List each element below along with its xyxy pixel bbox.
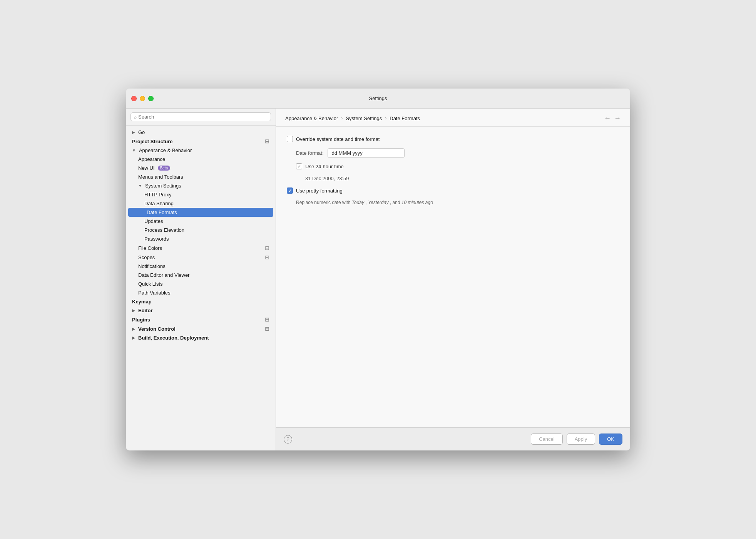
use-24h-checkbox[interactable]: [296, 163, 302, 169]
sidebar-item-file-colors[interactable]: File Colors ⊟: [126, 243, 276, 253]
sidebar-item-label: Plugins: [132, 317, 150, 323]
sidebar-item-project-structure[interactable]: Project Structure ⊟: [126, 137, 276, 146]
nav-arrows: ← →: [604, 115, 621, 122]
window-title: Settings: [369, 95, 387, 101]
maximize-button[interactable]: [148, 96, 154, 101]
sidebar-item-system-settings[interactable]: ▼ System Settings: [126, 181, 276, 190]
sidebar-item-label: File Colors: [138, 245, 162, 251]
settings-window: Settings ⌕ ▶ Go Project Structure ⊟: [126, 89, 630, 450]
config-icon: ⊟: [265, 326, 269, 332]
cancel-button[interactable]: Cancel: [531, 434, 562, 445]
use-24h-row: Use 24-hour time: [296, 163, 619, 169]
sidebar-item-label: New UI: [138, 165, 155, 171]
config-icon: ⊟: [265, 316, 269, 323]
breadcrumb: Appearance & Behavior › System Settings …: [285, 116, 420, 121]
nav-back-button[interactable]: ←: [604, 115, 611, 122]
sidebar-item-label: Process Elevation: [144, 227, 184, 233]
sidebar-item-plugins[interactable]: Plugins ⊟: [126, 315, 276, 324]
sidebar-item-label: Quick Lists: [138, 281, 163, 287]
sidebar-item-label: Date Formats: [147, 209, 177, 215]
chevron-down-icon: ▼: [138, 184, 142, 188]
sidebar-item-label: Keymap: [132, 299, 152, 305]
main-body: Override system date and time format Dat…: [276, 127, 630, 427]
breadcrumb-date-formats: Date Formats: [390, 116, 420, 121]
sidebar-item-label: Editor: [138, 308, 153, 313]
sidebar-item-label: Build, Execution, Deployment: [138, 335, 209, 341]
sidebar-item-date-formats[interactable]: Date Formats: [128, 208, 273, 217]
sidebar-item-label: Project Structure: [132, 139, 172, 144]
sidebar-item-editor[interactable]: ▶ Editor: [126, 306, 276, 315]
sidebar-item-label: System Settings: [145, 183, 181, 189]
sidebar-item-label: Data Sharing: [144, 201, 174, 206]
date-format-input[interactable]: [328, 148, 405, 158]
main-header: Appearance & Behavior › System Settings …: [276, 109, 630, 127]
content-area: ⌕ ▶ Go Project Structure ⊟ ▼ Appea: [126, 109, 630, 450]
sidebar-item-data-editor-viewer[interactable]: Data Editor and Viewer: [126, 271, 276, 280]
sidebar-item-passwords[interactable]: Passwords: [126, 234, 276, 243]
beta-badge: Beta: [158, 166, 171, 171]
date-format-indent: Date format: Use 24-hour time 31 Dec 200…: [296, 148, 619, 181]
chevron-right-icon: ▶: [132, 327, 135, 331]
sidebar-item-label: Updates: [144, 218, 163, 224]
pretty-format-checkbox[interactable]: [287, 187, 293, 194]
sidebar-item-label: Passwords: [144, 236, 169, 242]
breadcrumb-system-settings[interactable]: System Settings: [346, 116, 382, 121]
sidebar-item-keymap[interactable]: Keymap: [126, 297, 276, 306]
sidebar-item-updates[interactable]: Updates: [126, 217, 276, 226]
sidebar-item-label: Go: [138, 129, 145, 135]
breadcrumb-appearance-behavior[interactable]: Appearance & Behavior: [285, 116, 338, 121]
chevron-down-icon: ▼: [132, 148, 136, 152]
override-row: Override system date and time format: [287, 136, 619, 142]
sidebar-item-http-proxy[interactable]: HTTP Proxy: [126, 190, 276, 199]
date-format-label: Date format:: [296, 150, 324, 156]
sidebar-item-quick-lists[interactable]: Quick Lists: [126, 280, 276, 288]
sidebar: ⌕ ▶ Go Project Structure ⊟ ▼ Appea: [126, 109, 276, 450]
sidebar-item-scopes[interactable]: Scopes ⊟: [126, 253, 276, 262]
sidebar-item-label: Notifications: [138, 263, 166, 269]
search-wrap: ⌕: [130, 112, 271, 121]
date-preview: 31 Dec 2000, 23:59: [305, 176, 619, 181]
sidebar-item-label: HTTP Proxy: [144, 192, 172, 198]
sidebar-item-build-execution-deployment[interactable]: ▶ Build, Execution, Deployment: [126, 333, 276, 342]
sidebar-item-appearance[interactable]: Appearance: [126, 155, 276, 164]
config-icon: ⊟: [265, 254, 269, 260]
search-input[interactable]: [138, 114, 268, 120]
pretty-format-desc: Replace numeric date with Today , Yester…: [296, 200, 619, 205]
config-icon: ⊟: [265, 245, 269, 251]
breadcrumb-sep-1: ›: [341, 116, 343, 121]
chevron-right-icon: ▶: [132, 130, 135, 134]
breadcrumb-sep-2: ›: [385, 116, 386, 121]
search-icon: ⌕: [134, 114, 137, 120]
sidebar-item-new-ui[interactable]: New UI Beta: [126, 164, 276, 172]
nav-forward-button[interactable]: →: [614, 115, 621, 122]
sidebar-item-label: Version Control: [138, 326, 176, 332]
sidebar-item-label: Path Variables: [138, 290, 171, 296]
sidebar-item-path-variables[interactable]: Path Variables: [126, 288, 276, 297]
help-button[interactable]: ?: [284, 435, 292, 444]
search-bar: ⌕: [126, 109, 276, 126]
ok-button[interactable]: OK: [599, 434, 622, 445]
override-checkbox[interactable]: [287, 136, 293, 142]
sidebar-item-version-control[interactable]: ▶ Version Control ⊟: [126, 324, 276, 333]
sidebar-item-data-sharing[interactable]: Data Sharing: [126, 199, 276, 208]
sidebar-item-menus-toolbars[interactable]: Menus and Toolbars: [126, 172, 276, 181]
main-content: Appearance & Behavior › System Settings …: [276, 109, 630, 450]
sidebar-list: ▶ Go Project Structure ⊟ ▼ Appearance & …: [126, 126, 276, 450]
pretty-format-section: Use pretty formatting Replace numeric da…: [287, 187, 619, 205]
sidebar-item-appearance-behavior[interactable]: ▼ Appearance & Behavior: [126, 146, 276, 155]
minimize-button[interactable]: [140, 96, 145, 101]
sidebar-item-go[interactable]: ▶ Go: [126, 128, 276, 137]
close-button[interactable]: [131, 96, 137, 101]
sidebar-item-label: Menus and Toolbars: [138, 174, 183, 180]
config-icon: ⊟: [265, 138, 269, 144]
sidebar-item-label: Appearance: [138, 156, 165, 162]
override-label: Override system date and time format: [296, 136, 380, 142]
sidebar-item-notifications[interactable]: Notifications: [126, 262, 276, 271]
chevron-right-icon: ▶: [132, 336, 135, 340]
pretty-format-row: Use pretty formatting: [287, 187, 619, 194]
traffic-lights: [131, 96, 154, 101]
sidebar-item-label: Scopes: [138, 254, 155, 260]
sidebar-item-process-elevation[interactable]: Process Elevation: [126, 226, 276, 234]
apply-button[interactable]: Apply: [567, 434, 595, 445]
footer: ? Cancel Apply OK: [276, 427, 630, 450]
